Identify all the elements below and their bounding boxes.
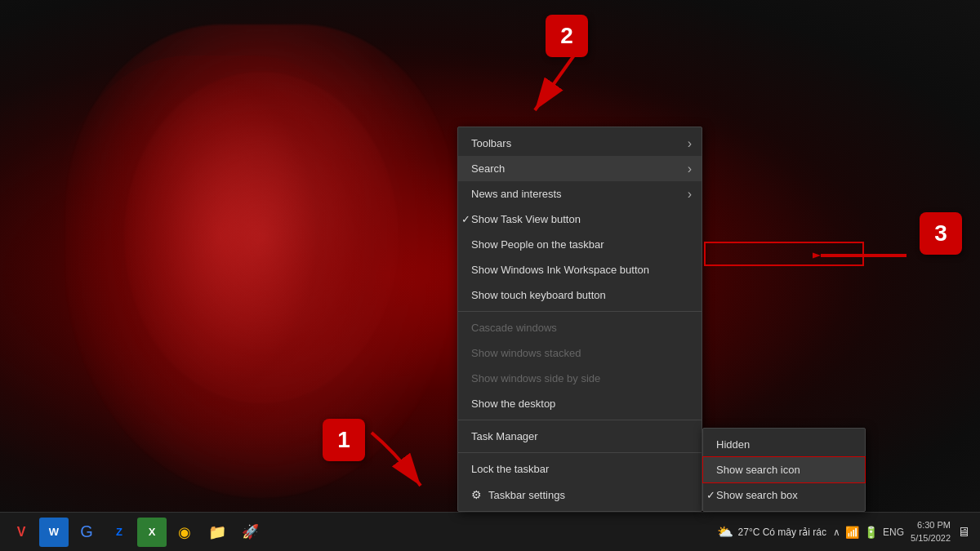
taskbar-weather: ⛅ 27°C Có mây rải rác — [717, 524, 827, 540]
menu-item-news[interactable]: News and interests — [458, 181, 702, 207]
battery-icon[interactable]: 🔋 — [864, 526, 878, 539]
submenu-item-show-icon[interactable]: Show search icon — [703, 457, 865, 482]
taskbar-icon-chrome-google[interactable]: G — [72, 518, 101, 547]
menu-item-ink[interactable]: Show Windows Ink Workspace button — [458, 257, 702, 282]
taskbar-icon-excel[interactable]: X — [137, 518, 167, 547]
taskbar-right-area: ⛅ 27°C Có mây rải rác ∧ 📶 🔋 ENG 6:30 PM … — [707, 519, 980, 544]
menu-item-side-by-side: Show windows side by side — [458, 366, 702, 391]
taskbar-icon-zalo[interactable]: Z — [105, 518, 134, 547]
dragon-wallpaper — [65, 24, 457, 498]
menu-item-lock[interactable]: Lock the taskbar — [458, 456, 702, 482]
menu-item-search[interactable]: Search — [458, 156, 702, 181]
menu-item-show-desktop[interactable]: Show the desktop — [458, 391, 702, 416]
taskbar: V W G Z X ◉ 📁 🚀 ⛅ 27°C Có mây rải rác ∧ … — [0, 512, 980, 551]
menu-item-keyboard[interactable]: Show touch keyboard button — [458, 282, 702, 308]
gear-icon: ⚙ — [471, 488, 482, 501]
monitor-icon[interactable]: 🖥 — [957, 525, 970, 540]
submenu-item-hidden[interactable]: Hidden — [703, 432, 865, 457]
step-2-badge: 2 — [546, 15, 588, 57]
menu-item-cascade: Cascade windows — [458, 315, 702, 340]
time-display: 6:30 PM — [911, 519, 951, 531]
step-1-badge: 1 — [323, 419, 365, 461]
taskbar-icon-word[interactable]: W — [39, 518, 69, 547]
context-menu: Toolbars Search News and interests Show … — [457, 127, 702, 512]
menu-divider-2 — [458, 420, 702, 420]
menu-item-task-manager[interactable]: Task Manager — [458, 424, 702, 449]
weather-text: 27°C Có mây rải rác — [738, 527, 827, 538]
chevron-up-icon[interactable]: ∧ — [833, 527, 840, 538]
taskbar-sys-icons: ∧ 📶 🔋 ENG — [833, 526, 904, 539]
menu-divider-1 — [458, 311, 702, 312]
weather-icon: ⛅ — [717, 524, 733, 540]
taskbar-icon-rocket[interactable]: 🚀 — [235, 518, 265, 547]
taskbar-clock[interactable]: 6:30 PM 5/15/2022 — [911, 519, 951, 544]
taskbar-icon-list: V W G Z X ◉ 📁 🚀 — [0, 518, 707, 547]
menu-divider-3 — [458, 452, 702, 453]
date-display: 5/15/2022 — [911, 532, 951, 544]
submenu-item-show-box[interactable]: Show search box — [703, 482, 865, 508]
taskbar-icon-v[interactable]: V — [7, 518, 36, 547]
menu-item-people[interactable]: Show People on the taskbar — [458, 232, 702, 257]
menu-item-task-view[interactable]: Show Task View button — [458, 207, 702, 232]
search-submenu: Hidden Show search icon Show search box — [702, 428, 866, 512]
menu-item-stacked: Show windows stacked — [458, 340, 702, 366]
wifi-icon[interactable]: 📶 — [845, 526, 859, 539]
taskbar-icon-folder[interactable]: 📁 — [203, 518, 232, 547]
lang-label[interactable]: ENG — [883, 527, 904, 538]
taskbar-icon-chrome[interactable]: ◉ — [170, 518, 199, 547]
menu-item-toolbars[interactable]: Toolbars — [458, 131, 702, 156]
menu-item-settings[interactable]: ⚙ Taskbar settings — [458, 482, 702, 508]
step-3-badge: 3 — [920, 212, 962, 255]
